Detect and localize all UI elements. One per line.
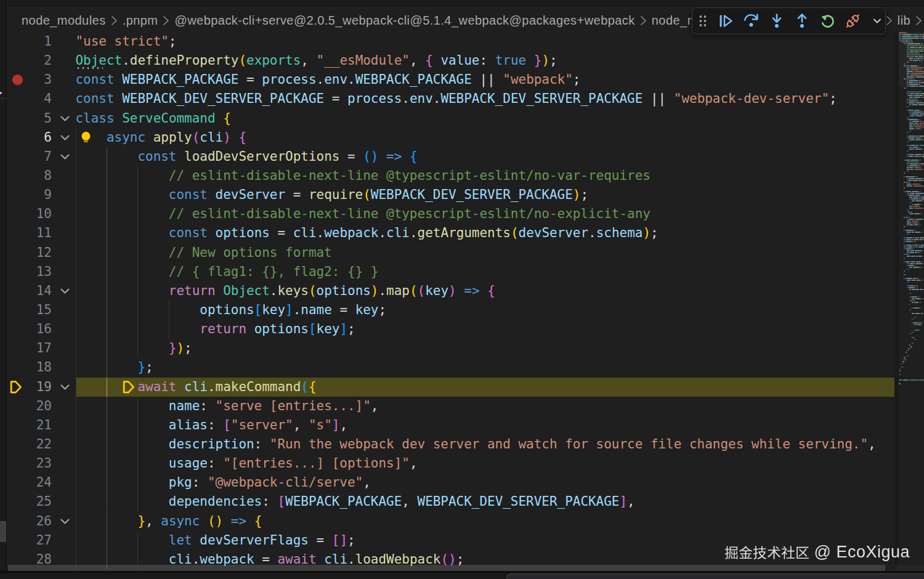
minimap-line — [912, 296, 917, 298]
minimap-line — [917, 289, 918, 290]
minimap-line — [918, 65, 919, 67]
minimap-line — [907, 80, 908, 81]
minimap-line — [922, 261, 923, 262]
fold-chevron-icon[interactable] — [57, 128, 73, 147]
minimap-line — [912, 313, 915, 314]
minimap-line — [920, 195, 921, 196]
minimap-line — [914, 263, 915, 264]
debug-more-actions-button[interactable] — [870, 13, 884, 30]
minimap-line — [914, 206, 918, 207]
code-text: alias: ["server", "s"], — [76, 416, 348, 435]
minimap-line — [912, 104, 917, 105]
breadcrumb-item[interactable]: @webpack-cli+serve@2.0.5_webpack-cli@5.1… — [174, 14, 634, 28]
minimap-line — [914, 307, 919, 309]
line-number: 12 — [8, 243, 52, 262]
minimap-line — [909, 178, 915, 179]
horizontal-scrollbar-slider[interactable] — [8, 565, 885, 571]
minimap-line — [910, 224, 913, 225]
fold-chevron-icon[interactable] — [57, 378, 73, 397]
minimap-line — [912, 211, 912, 213]
minimap-line — [912, 331, 912, 333]
minimap-line — [920, 119, 920, 120]
debug-disconnect-button[interactable] — [845, 13, 861, 30]
debug-drag-handle-button[interactable] — [697, 13, 708, 30]
minimap-line — [915, 265, 916, 266]
minimap-line — [915, 128, 915, 129]
debug-step-into-button[interactable] — [769, 13, 785, 30]
minimap-line — [917, 193, 924, 194]
minimap-line — [921, 313, 923, 314]
minimap-line — [909, 123, 914, 124]
minimap-line — [910, 163, 918, 164]
minimap-line — [920, 58, 922, 59]
minimap-line — [920, 184, 920, 185]
code-editor[interactable]: 1"use strict";2Object.defineProperty(exp… — [8, 32, 897, 572]
minimap-line — [910, 78, 910, 79]
minimap-line — [910, 348, 910, 349]
minimap-line — [907, 355, 907, 357]
breadcrumb-item[interactable]: .pnpm — [123, 14, 158, 28]
fold-chevron-icon[interactable] — [57, 281, 73, 301]
lightbulb-icon[interactable] — [80, 131, 92, 145]
debug-restart-button[interactable] — [819, 13, 835, 30]
minimap-line — [915, 241, 916, 242]
minimap-line — [919, 379, 924, 381]
minimap-line — [922, 280, 923, 281]
minimap-line — [917, 113, 918, 115]
line-number: 6 — [8, 128, 52, 147]
minimap-line — [917, 250, 922, 251]
minimap-line — [921, 69, 922, 70]
minimap-line — [912, 204, 914, 205]
minimap-line — [907, 263, 909, 264]
line-number: 15 — [8, 301, 52, 320]
minimap-line — [907, 91, 922, 92]
minimap-line — [920, 167, 921, 168]
minimap-line — [907, 184, 912, 185]
minimap-line — [907, 211, 907, 213]
line-number: 3 — [8, 70, 52, 89]
minimap-line — [904, 357, 905, 358]
minimap-line — [918, 221, 919, 222]
minimap-line — [910, 93, 914, 94]
minimap-line — [915, 110, 920, 111]
minimap-line — [910, 65, 917, 67]
minimap-line — [910, 202, 911, 203]
minimap-line — [915, 250, 916, 251]
minimap-line — [914, 317, 915, 318]
minimap-line — [907, 287, 907, 288]
minimap-line — [900, 374, 901, 375]
fold-chevron-icon[interactable] — [57, 512, 73, 531]
minimap-line — [909, 58, 913, 59]
minimap-line — [914, 126, 914, 128]
minimap-line — [918, 47, 922, 48]
minimap-line — [909, 80, 918, 81]
code-text: "use strict"; — [76, 32, 177, 51]
scrollbar-corner — [897, 565, 924, 571]
minimap-line — [907, 278, 913, 279]
minimap-line — [918, 80, 920, 81]
horizontal-scrollbar[interactable] — [8, 565, 897, 571]
minimap[interactable] — [899, 32, 924, 565]
sidebar-scrollbar-thumb[interactable] — [0, 521, 6, 542]
minimap-line — [917, 252, 918, 253]
breadcrumb-item[interactable]: lib — [898, 14, 910, 28]
fold-chevron-icon[interactable] — [57, 147, 73, 166]
minimap-line — [909, 100, 917, 102]
minimap-line — [919, 56, 923, 57]
fold-chevron-icon[interactable] — [57, 109, 73, 128]
debug-step-out-button[interactable] — [794, 13, 810, 30]
minimap-line — [908, 106, 909, 107]
minimap-line — [907, 136, 908, 137]
code-line-10: 10 // eslint-disable-next-line @typescri… — [8, 204, 897, 224]
minimap-line — [909, 121, 912, 122]
minimap-line — [918, 180, 923, 181]
breadcrumb-item[interactable]: node_modules — [22, 14, 106, 28]
debug-continue-button[interactable] — [718, 13, 734, 30]
minimap-line — [920, 239, 923, 240]
minimap-line — [920, 204, 921, 205]
minimap-line — [917, 34, 918, 35]
line-number: 27 — [8, 531, 52, 550]
minimap-line — [909, 75, 909, 76]
debug-step-over-button[interactable] — [743, 13, 760, 30]
minimap-line — [918, 278, 919, 279]
